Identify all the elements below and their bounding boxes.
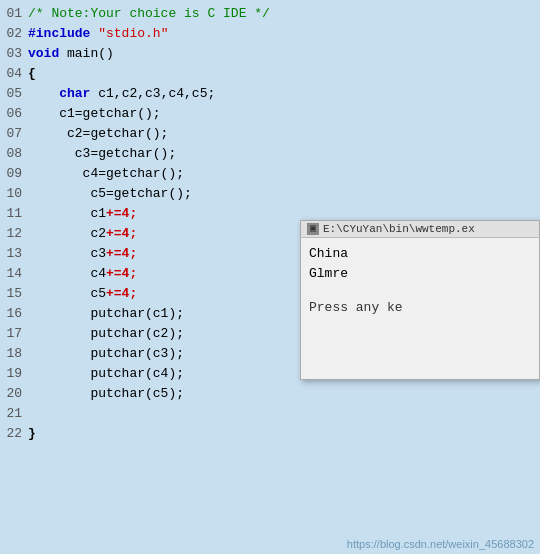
watermark: https://blog.csdn.net/weixin_45688302	[347, 538, 534, 550]
code-line: 01/* Note:Your choice is C IDE */	[0, 4, 540, 24]
terminal-icon: ▣	[307, 223, 319, 235]
token: c1=getchar();	[28, 106, 161, 121]
token: void	[28, 46, 59, 61]
token: c2	[28, 226, 106, 241]
token: c1,c2,c3,c4,c5;	[90, 86, 215, 101]
terminal-title: E:\CYuYan\bin\wwtemp.ex	[323, 223, 475, 235]
token: putchar(c5);	[28, 386, 184, 401]
line-number: 08	[0, 144, 28, 164]
line-number: 03	[0, 44, 28, 64]
line-number: 09	[0, 164, 28, 184]
line-content: /* Note:Your choice is C IDE */	[28, 4, 540, 24]
token: c4=getchar();	[28, 166, 184, 181]
line-content: }	[28, 424, 540, 444]
token: }	[28, 426, 36, 441]
token: +=4;	[106, 226, 137, 241]
terminal-window: ▣ E:\CYuYan\bin\wwtemp.ex China Glmre Pr…	[300, 220, 540, 380]
line-number: 02	[0, 24, 28, 44]
line-content: c1=getchar();	[28, 104, 540, 124]
token: main()	[59, 46, 114, 61]
line-number: 14	[0, 264, 28, 284]
code-line: 08 c3=getchar();	[0, 144, 540, 164]
terminal-output-line-1: China	[309, 244, 531, 264]
token: c5	[28, 286, 106, 301]
line-number: 16	[0, 304, 28, 324]
line-number: 11	[0, 204, 28, 224]
terminal-output-line-2: Glmre	[309, 264, 531, 284]
line-number: 21	[0, 404, 28, 424]
token: "stdio.h"	[98, 26, 168, 41]
token: c3=getchar();	[28, 146, 176, 161]
line-number: 15	[0, 284, 28, 304]
code-line: 09 c4=getchar();	[0, 164, 540, 184]
code-line: 22}	[0, 424, 540, 444]
terminal-titlebar: ▣ E:\CYuYan\bin\wwtemp.ex	[301, 221, 539, 238]
code-line: 02#include "stdio.h"	[0, 24, 540, 44]
line-content: c4=getchar();	[28, 164, 540, 184]
code-line: 21	[0, 404, 540, 424]
token: +=4;	[106, 206, 137, 221]
line-number: 19	[0, 364, 28, 384]
line-number: 06	[0, 104, 28, 124]
token: putchar(c3);	[28, 346, 184, 361]
line-content: c5=getchar();	[28, 184, 540, 204]
token: c2=getchar();	[28, 126, 168, 141]
token: +=4;	[106, 246, 137, 261]
token: putchar(c2);	[28, 326, 184, 341]
line-number: 22	[0, 424, 28, 444]
line-number: 05	[0, 84, 28, 104]
line-number: 17	[0, 324, 28, 344]
line-content: putchar(c5);	[28, 384, 540, 404]
line-content: c3=getchar();	[28, 144, 540, 164]
code-line: 03void main()	[0, 44, 540, 64]
line-number: 18	[0, 344, 28, 364]
code-line: 05 char c1,c2,c3,c4,c5;	[0, 84, 540, 104]
token: +=4;	[106, 266, 137, 281]
line-number: 12	[0, 224, 28, 244]
token: /* Note:Your choice is C IDE */	[28, 6, 270, 21]
line-number: 13	[0, 244, 28, 264]
token: #include	[28, 26, 98, 41]
line-number: 20	[0, 384, 28, 404]
code-line: 20 putchar(c5);	[0, 384, 540, 404]
token: {	[28, 66, 36, 81]
token: putchar(c4);	[28, 366, 184, 381]
press-any-key-text: Press any ke	[309, 300, 531, 315]
line-number: 10	[0, 184, 28, 204]
token: c4	[28, 266, 106, 281]
line-number: 01	[0, 4, 28, 24]
line-number: 04	[0, 64, 28, 84]
line-content: char c1,c2,c3,c4,c5;	[28, 84, 540, 104]
terminal-body: China Glmre Press any ke	[301, 238, 539, 379]
line-content: #include "stdio.h"	[28, 24, 540, 44]
code-line: 10 c5=getchar();	[0, 184, 540, 204]
token	[28, 86, 59, 101]
token: c1	[28, 206, 106, 221]
code-line: 06 c1=getchar();	[0, 104, 540, 124]
code-line: 04{	[0, 64, 540, 84]
line-content: {	[28, 64, 540, 84]
editor-container: 01/* Note:Your choice is C IDE */02#incl…	[0, 0, 540, 554]
line-content: c2=getchar();	[28, 124, 540, 144]
line-content: void main()	[28, 44, 540, 64]
token: putchar(c1);	[28, 306, 184, 321]
token: c3	[28, 246, 106, 261]
code-line: 07 c2=getchar();	[0, 124, 540, 144]
token: c5=getchar();	[28, 186, 192, 201]
token: char	[59, 86, 90, 101]
line-number: 07	[0, 124, 28, 144]
token: +=4;	[106, 286, 137, 301]
